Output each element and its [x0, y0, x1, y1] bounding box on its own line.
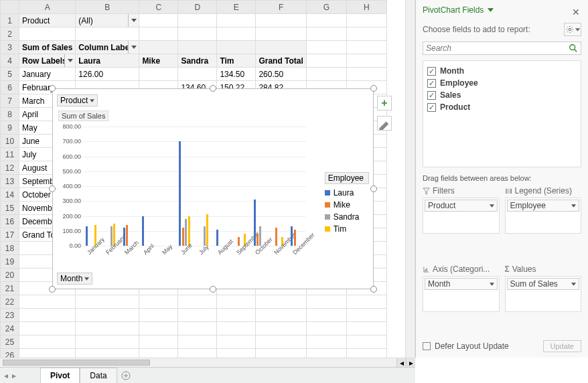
field-item-product[interactable]: ✓Product	[426, 101, 578, 113]
cell-E1[interactable]	[217, 14, 256, 27]
cell-C23[interactable]	[139, 309, 178, 322]
cell-E5[interactable]: 134.50	[217, 68, 256, 81]
cell-E23[interactable]	[217, 309, 256, 322]
resize-handle[interactable]	[49, 185, 56, 192]
cell-G2[interactable]	[306, 27, 346, 41]
horizontal-scrollbar[interactable]: ◂ ▸	[0, 358, 415, 367]
row-header-24[interactable]: 24	[1, 322, 19, 335]
cell-C22[interactable]	[139, 295, 178, 309]
cell-H25[interactable]	[346, 335, 386, 349]
sheet-tab-data[interactable]: Data	[80, 368, 117, 383]
field-checkbox[interactable]: ✓	[427, 67, 436, 76]
cell-B4[interactable]: Laura	[76, 54, 139, 68]
col-header-B[interactable]: B	[76, 1, 139, 14]
cell-E22[interactable]	[217, 295, 256, 309]
select-all[interactable]	[1, 1, 19, 14]
dropdown-icon[interactable]	[128, 41, 139, 54]
row-header-22[interactable]: 22	[1, 295, 19, 309]
cell-E3[interactable]	[217, 41, 256, 54]
chart-filter-product[interactable]: Product	[57, 94, 98, 106]
cell-G4[interactable]	[306, 54, 346, 68]
cell-A22[interactable]	[19, 295, 76, 309]
area-values-body[interactable]: Sum of Sales	[505, 276, 582, 312]
area-legend-body[interactable]: Employee	[505, 198, 582, 234]
cell-B22[interactable]	[76, 295, 139, 309]
cell-B25[interactable]	[76, 335, 139, 349]
chart-legend-filter[interactable]: Employee	[325, 172, 369, 184]
cell-A4[interactable]: Row Labels	[19, 54, 76, 68]
chart-add-element-button[interactable]: +	[377, 96, 392, 110]
chip-sum-of-sales[interactable]: Sum of Sales	[507, 278, 580, 290]
cell-E26[interactable]	[217, 349, 256, 358]
resize-handle[interactable]	[49, 286, 56, 293]
cell-E24[interactable]	[217, 322, 256, 335]
cell-H3[interactable]	[346, 41, 386, 54]
row-header-13[interactable]: 13	[1, 175, 19, 188]
col-header-G[interactable]: G	[306, 1, 346, 14]
chip-product[interactable]: Product	[425, 200, 498, 212]
row-header-21[interactable]: 21	[1, 282, 19, 295]
cell-A3[interactable]: Sum of Sales	[19, 41, 76, 54]
col-header-D[interactable]: D	[178, 1, 217, 14]
cell-A23[interactable]	[19, 309, 76, 322]
chip-employee[interactable]: Employee	[507, 200, 580, 212]
cell-F22[interactable]	[256, 295, 306, 309]
row-header-9[interactable]: 9	[1, 121, 19, 135]
pane-settings-button[interactable]	[564, 23, 581, 36]
row-header-20[interactable]: 20	[1, 269, 19, 282]
cell-D3[interactable]	[178, 41, 217, 54]
cell-H4[interactable]	[346, 54, 386, 68]
cell-H1[interactable]	[346, 14, 386, 27]
col-header-A[interactable]: A	[19, 1, 76, 14]
cell-D25[interactable]	[178, 335, 217, 349]
row-header-14[interactable]: 14	[1, 188, 19, 202]
close-icon[interactable]: ✕	[572, 7, 580, 17]
update-button[interactable]: Update	[543, 340, 581, 352]
row-header-15[interactable]: 15	[1, 202, 19, 215]
field-search[interactable]	[423, 42, 581, 55]
cell-C4[interactable]: Mike	[139, 54, 178, 68]
row-header-16[interactable]: 16	[1, 215, 19, 228]
cell-F2[interactable]	[256, 27, 306, 41]
cell-H22[interactable]	[346, 295, 386, 309]
col-header-E[interactable]: E	[217, 1, 256, 14]
resize-handle[interactable]	[370, 185, 377, 192]
cell-B24[interactable]	[76, 322, 139, 335]
cell-D2[interactable]	[178, 27, 217, 41]
chart-filter-month[interactable]: Month	[57, 273, 92, 285]
dropdown-icon[interactable]	[128, 14, 139, 27]
cell-H5[interactable]	[346, 68, 386, 81]
cell-D26[interactable]	[178, 349, 217, 358]
cell-B26[interactable]	[76, 349, 139, 358]
new-sheet-button[interactable]	[117, 368, 135, 383]
resize-handle[interactable]	[370, 286, 377, 293]
cell-H23[interactable]	[346, 309, 386, 322]
row-header-19[interactable]: 19	[1, 255, 19, 269]
row-header-10[interactable]: 10	[1, 135, 19, 148]
col-header-F[interactable]: F	[256, 1, 306, 14]
row-header-25[interactable]: 25	[1, 335, 19, 349]
cell-A1[interactable]: Product	[19, 14, 76, 27]
cell-F25[interactable]	[256, 335, 306, 349]
cell-C24[interactable]	[139, 322, 178, 335]
cell-G1[interactable]	[306, 14, 346, 27]
chart-style-button[interactable]	[377, 116, 392, 131]
cell-F24[interactable]	[256, 322, 306, 335]
field-checkbox[interactable]: ✓	[427, 103, 436, 112]
cell-B5[interactable]: 126.00	[76, 68, 139, 81]
cell-F1[interactable]	[256, 14, 306, 27]
col-header-H[interactable]: H	[346, 1, 386, 14]
cell-A25[interactable]	[19, 335, 76, 349]
cell-G24[interactable]	[306, 322, 346, 335]
row-header-18[interactable]: 18	[1, 242, 19, 255]
cell-E25[interactable]	[217, 335, 256, 349]
cell-A5[interactable]: January	[19, 68, 76, 81]
area-filters-body[interactable]: Product	[423, 198, 500, 234]
scroll-right-button[interactable]: ▸	[406, 358, 415, 367]
row-header-7[interactable]: 7	[1, 94, 19, 108]
row-header-5[interactable]: 5	[1, 68, 19, 81]
cell-D1[interactable]	[178, 14, 217, 27]
vertical-scrollbar[interactable]	[405, 0, 415, 358]
cell-D22[interactable]	[178, 295, 217, 309]
cell-D24[interactable]	[178, 322, 217, 335]
